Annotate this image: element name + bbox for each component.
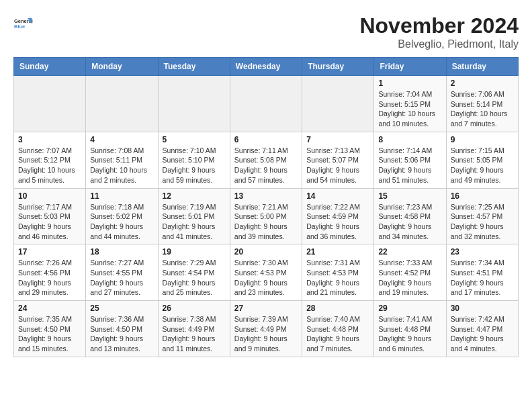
table-row (158, 76, 230, 132)
calendar-week-row: 3Sunrise: 7:07 AM Sunset: 5:12 PM Daylig… (14, 132, 519, 188)
calendar-subtitle: Belveglio, Piedmont, Italy (359, 38, 519, 50)
day-number: 13 (234, 191, 298, 201)
day-info: Sunrise: 7:33 AM Sunset: 4:52 PM Dayligh… (378, 258, 441, 298)
day-number: 17 (18, 247, 81, 257)
day-info: Sunrise: 7:36 AM Sunset: 4:50 PM Dayligh… (90, 314, 153, 354)
table-row (86, 76, 158, 132)
day-number: 30 (451, 304, 514, 313)
table-row: 3Sunrise: 7:07 AM Sunset: 5:12 PM Daylig… (14, 132, 86, 188)
table-row: 10Sunrise: 7:17 AM Sunset: 5:03 PM Dayli… (14, 188, 86, 244)
table-row: 23Sunrise: 7:34 AM Sunset: 4:51 PM Dayli… (446, 244, 518, 301)
day-info: Sunrise: 7:10 AM Sunset: 5:10 PM Dayligh… (163, 146, 226, 185)
day-number: 28 (306, 304, 369, 313)
table-row (302, 76, 374, 132)
day-number: 27 (234, 304, 298, 313)
day-info: Sunrise: 7:25 AM Sunset: 4:57 PM Dayligh… (451, 202, 514, 242)
day-number: 6 (234, 135, 298, 144)
table-row: 29Sunrise: 7:41 AM Sunset: 4:48 PM Dayli… (374, 301, 446, 357)
day-info: Sunrise: 7:38 AM Sunset: 4:49 PM Dayligh… (163, 314, 226, 354)
day-info: Sunrise: 7:39 AM Sunset: 4:49 PM Dayligh… (234, 314, 298, 354)
day-number: 16 (451, 191, 514, 201)
day-number: 10 (18, 191, 81, 201)
calendar-week-row: 1Sunrise: 7:04 AM Sunset: 5:15 PM Daylig… (14, 76, 519, 132)
day-info: Sunrise: 7:06 AM Sunset: 5:14 PM Dayligh… (451, 89, 514, 129)
table-row: 20Sunrise: 7:30 AM Sunset: 4:53 PM Dayli… (230, 244, 302, 301)
table-row: 21Sunrise: 7:31 AM Sunset: 4:53 PM Dayli… (302, 244, 374, 301)
day-info: Sunrise: 7:35 AM Sunset: 4:50 PM Dayligh… (18, 314, 81, 354)
table-row: 18Sunrise: 7:27 AM Sunset: 4:55 PM Dayli… (86, 244, 158, 301)
day-info: Sunrise: 7:18 AM Sunset: 5:02 PM Dayligh… (90, 202, 153, 242)
header-wednesday: Wednesday (230, 58, 302, 76)
table-row: 1Sunrise: 7:04 AM Sunset: 5:15 PM Daylig… (374, 76, 446, 132)
day-number: 9 (451, 135, 514, 144)
day-number: 11 (90, 191, 153, 201)
header-saturday: Saturday (446, 58, 518, 76)
day-info: Sunrise: 7:19 AM Sunset: 5:01 PM Dayligh… (163, 202, 226, 242)
day-info: Sunrise: 7:23 AM Sunset: 4:58 PM Dayligh… (378, 202, 441, 242)
day-number: 19 (163, 247, 226, 257)
table-row: 6Sunrise: 7:11 AM Sunset: 5:08 PM Daylig… (230, 132, 302, 188)
header-sunday: Sunday (14, 58, 86, 76)
day-info: Sunrise: 7:21 AM Sunset: 5:00 PM Dayligh… (234, 202, 298, 242)
logo-icon: GeneralBlue (13, 13, 34, 34)
day-info: Sunrise: 7:27 AM Sunset: 4:55 PM Dayligh… (90, 258, 153, 298)
day-number: 21 (306, 247, 369, 257)
table-row: 22Sunrise: 7:33 AM Sunset: 4:52 PM Dayli… (374, 244, 446, 301)
svg-text:Blue: Blue (14, 24, 25, 30)
table-row (230, 76, 302, 132)
day-number: 3 (18, 135, 81, 144)
table-row: 7Sunrise: 7:13 AM Sunset: 5:07 PM Daylig… (302, 132, 374, 188)
day-info: Sunrise: 7:15 AM Sunset: 5:05 PM Dayligh… (451, 146, 514, 185)
day-number: 4 (90, 135, 153, 144)
table-row: 26Sunrise: 7:38 AM Sunset: 4:49 PM Dayli… (158, 301, 230, 357)
logo: GeneralBlue (13, 13, 34, 34)
day-number: 18 (90, 247, 153, 257)
calendar-header-row: Sunday Monday Tuesday Wednesday Thursday… (14, 58, 519, 76)
table-row: 12Sunrise: 7:19 AM Sunset: 5:01 PM Dayli… (158, 188, 230, 244)
table-row: 24Sunrise: 7:35 AM Sunset: 4:50 PM Dayli… (14, 301, 86, 357)
table-row: 15Sunrise: 7:23 AM Sunset: 4:58 PM Dayli… (374, 188, 446, 244)
header-monday: Monday (86, 58, 158, 76)
calendar-week-row: 17Sunrise: 7:26 AM Sunset: 4:56 PM Dayli… (14, 244, 519, 301)
table-row: 13Sunrise: 7:21 AM Sunset: 5:00 PM Dayli… (230, 188, 302, 244)
day-info: Sunrise: 7:08 AM Sunset: 5:11 PM Dayligh… (90, 146, 153, 185)
day-number: 25 (90, 304, 153, 313)
header-thursday: Thursday (302, 58, 374, 76)
day-info: Sunrise: 7:34 AM Sunset: 4:51 PM Dayligh… (451, 258, 514, 298)
day-info: Sunrise: 7:26 AM Sunset: 4:56 PM Dayligh… (18, 258, 81, 298)
table-row: 27Sunrise: 7:39 AM Sunset: 4:49 PM Dayli… (230, 301, 302, 357)
table-row: 28Sunrise: 7:40 AM Sunset: 4:48 PM Dayli… (302, 301, 374, 357)
day-number: 2 (451, 79, 514, 88)
calendar-table: Sunday Monday Tuesday Wednesday Thursday… (13, 57, 519, 357)
day-number: 29 (378, 304, 441, 313)
header-tuesday: Tuesday (158, 58, 230, 76)
table-row: 17Sunrise: 7:26 AM Sunset: 4:56 PM Dayli… (14, 244, 86, 301)
day-number: 14 (306, 191, 369, 201)
day-number: 24 (18, 304, 81, 313)
table-row: 2Sunrise: 7:06 AM Sunset: 5:14 PM Daylig… (446, 76, 518, 132)
calendar-week-row: 10Sunrise: 7:17 AM Sunset: 5:03 PM Dayli… (14, 188, 519, 244)
title-section: November 2024 Belveglio, Piedmont, Italy (359, 13, 519, 50)
day-info: Sunrise: 7:42 AM Sunset: 4:47 PM Dayligh… (451, 314, 514, 354)
table-row: 14Sunrise: 7:22 AM Sunset: 4:59 PM Dayli… (302, 188, 374, 244)
day-info: Sunrise: 7:17 AM Sunset: 5:03 PM Dayligh… (18, 202, 81, 242)
day-number: 26 (163, 304, 226, 313)
day-info: Sunrise: 7:41 AM Sunset: 4:48 PM Dayligh… (378, 314, 441, 354)
page-header: GeneralBlue November 2024 Belveglio, Pie… (13, 13, 519, 50)
day-info: Sunrise: 7:40 AM Sunset: 4:48 PM Dayligh… (306, 314, 369, 354)
day-number: 22 (378, 247, 441, 257)
table-row: 9Sunrise: 7:15 AM Sunset: 5:05 PM Daylig… (446, 132, 518, 188)
table-row: 25Sunrise: 7:36 AM Sunset: 4:50 PM Dayli… (86, 301, 158, 357)
table-row (14, 76, 86, 132)
calendar-title: November 2024 (359, 13, 519, 38)
table-row: 19Sunrise: 7:29 AM Sunset: 4:54 PM Dayli… (158, 244, 230, 301)
day-number: 7 (306, 135, 369, 144)
day-number: 20 (234, 247, 298, 257)
calendar-week-row: 24Sunrise: 7:35 AM Sunset: 4:50 PM Dayli… (14, 301, 519, 357)
day-number: 5 (163, 135, 226, 144)
day-info: Sunrise: 7:13 AM Sunset: 5:07 PM Dayligh… (306, 146, 369, 185)
table-row: 16Sunrise: 7:25 AM Sunset: 4:57 PM Dayli… (446, 188, 518, 244)
table-row: 5Sunrise: 7:10 AM Sunset: 5:10 PM Daylig… (158, 132, 230, 188)
day-number: 23 (451, 247, 514, 257)
table-row: 4Sunrise: 7:08 AM Sunset: 5:11 PM Daylig… (86, 132, 158, 188)
